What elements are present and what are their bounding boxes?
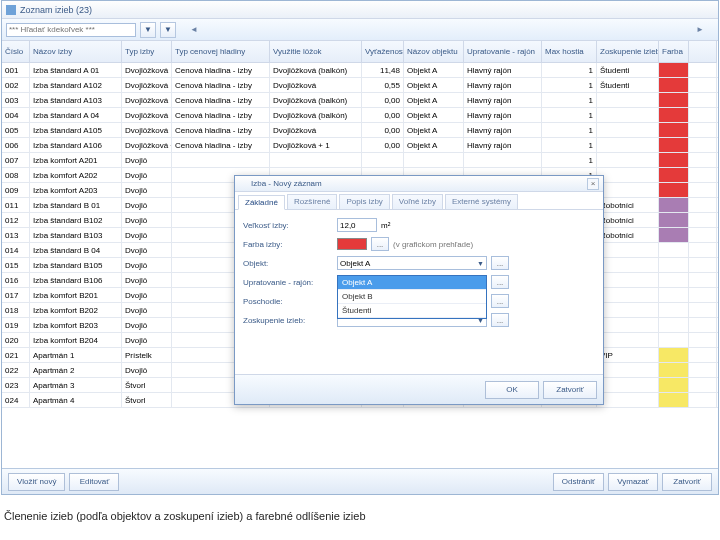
tab-zakladne[interactable]: Základné xyxy=(238,195,285,210)
col-farba[interactable]: Farba xyxy=(659,41,689,63)
rajon-pick-button[interactable]: ... xyxy=(491,275,509,289)
col-nazov[interactable]: Názov izby xyxy=(30,41,122,63)
ok-button[interactable]: OK xyxy=(485,381,539,399)
size-label: Veľkosť izby: xyxy=(243,221,333,230)
col-zosk[interactable]: Zoskupenie izieb xyxy=(597,41,659,63)
dialog-titlebar: Izba - Nový záznam × xyxy=(235,176,603,192)
object-pick-button[interactable]: ... xyxy=(491,256,509,270)
dialog-body: Veľkosť izby: m² Farba izby: ... (v graf… xyxy=(235,210,603,335)
edit-button[interactable]: Editovať xyxy=(69,473,119,491)
dialog-tabs: Základné Rozšírené Popis izby Voľné izby… xyxy=(235,192,603,210)
col-rajon[interactable]: Upratovanie - rajón xyxy=(464,41,542,63)
table-row[interactable]: 002Izba štandard A102DvojlôžkováCenová h… xyxy=(2,78,718,93)
object-value: Objekt A xyxy=(340,259,370,268)
rajon-label: Upratovanie - rajón: xyxy=(243,278,333,287)
mark-button[interactable]: Vymazať xyxy=(608,473,658,491)
chevron-down-icon: ▼ xyxy=(477,260,484,267)
delete-button[interactable]: Odstrániť xyxy=(553,473,604,491)
color-swatch[interactable] xyxy=(337,238,367,250)
search-input[interactable] xyxy=(6,23,136,37)
toolbar: ▼ ▼ ◄ ► xyxy=(2,19,718,41)
nav-prev-icon[interactable]: ◄ xyxy=(190,25,198,34)
object-select[interactable]: Objekt A▼ xyxy=(337,256,487,270)
dropdown-option[interactable]: Objekt B xyxy=(338,290,486,304)
tab-popis[interactable]: Popis izby xyxy=(339,194,389,209)
footer-bar: Vložiť nový Editovať Odstrániť Vymazať Z… xyxy=(2,468,718,494)
dropdown-option[interactable]: Študenti xyxy=(338,304,486,318)
cancel-button[interactable]: Zatvoriť xyxy=(543,381,597,399)
table-row[interactable]: 001Izba štandard A 01DvojlôžkováCenová h… xyxy=(2,63,718,78)
tab-volne[interactable]: Voľné izby xyxy=(392,194,443,209)
slide-caption: Členenie izieb (podľa objektov a zoskupe… xyxy=(4,510,366,522)
col-objekt[interactable]: Názov objektu xyxy=(404,41,464,63)
insert-button[interactable]: Vložiť nový xyxy=(8,473,65,491)
table-row[interactable]: 005Izba štandard A105DvojlôžkováCenová h… xyxy=(2,123,718,138)
col-lozka[interactable]: Využitie lôžok xyxy=(270,41,362,63)
dialog-close-icon[interactable]: × xyxy=(587,178,599,190)
table-row[interactable]: 003Izba štandard A103DvojlôžkováCenová h… xyxy=(2,93,718,108)
table-row[interactable]: 004Izba štandard A 04DvojlôžkováCenová h… xyxy=(2,108,718,123)
table-row[interactable]: 007Izba komfort A201Dvojlô1 xyxy=(2,153,718,168)
search-prev-button[interactable]: ▼ xyxy=(140,22,156,38)
col-hladina[interactable]: Typ cenovej hladiny xyxy=(172,41,270,63)
size-input[interactable] xyxy=(337,218,377,232)
toolbar-spacer: ◄ ► xyxy=(180,25,714,34)
posch-label: Poschodie: xyxy=(243,297,333,306)
grid-header: Číslo Názov izby Typ izby Typ cenovej hl… xyxy=(2,41,718,63)
dialog-icon xyxy=(239,180,247,188)
dialog-title: Izba - Nový záznam xyxy=(251,179,322,188)
col-cislo[interactable]: Číslo xyxy=(2,41,30,63)
titlebar: Zoznam izieb (23) xyxy=(2,1,718,19)
size-unit: m² xyxy=(381,221,390,230)
room-dialog: Izba - Nový záznam × Základné Rozšírené … xyxy=(234,175,604,405)
col-extra xyxy=(689,41,717,63)
posch-pick-button[interactable]: ... xyxy=(491,294,509,308)
col-typ[interactable]: Typ izby xyxy=(122,41,172,63)
app-icon xyxy=(6,5,16,15)
color-label: Farba izby: xyxy=(243,240,333,249)
nav-next-icon[interactable]: ► xyxy=(696,25,704,34)
color-pick-button[interactable]: ... xyxy=(371,237,389,251)
col-vytazenost[interactable]: Vyťaženosť % xyxy=(362,41,404,63)
table-row[interactable]: 006Izba štandard A106Dvojlôžková + 1Ceno… xyxy=(2,138,718,153)
color-note: (v grafickom prehľade) xyxy=(393,240,473,249)
close-button[interactable]: Zatvoriť xyxy=(662,473,712,491)
tab-externe[interactable]: Externé systémy xyxy=(445,194,518,209)
dialog-footer: OK Zatvoriť xyxy=(235,374,603,404)
group-label: Zoskupenie izieb: xyxy=(243,316,333,325)
col-max[interactable]: Max hostia xyxy=(542,41,597,63)
group-pick-button[interactable]: ... xyxy=(491,313,509,327)
column-sort-button[interactable]: ▼ xyxy=(160,22,176,38)
tab-rozsirene[interactable]: Rozšírené xyxy=(287,194,337,209)
window-title: Zoznam izieb (23) xyxy=(20,5,92,15)
object-label: Objekt: xyxy=(243,259,333,268)
dropdown-option[interactable]: Objekt A xyxy=(338,276,486,290)
object-dropdown: Objekt A Objekt B Študenti xyxy=(337,275,487,319)
